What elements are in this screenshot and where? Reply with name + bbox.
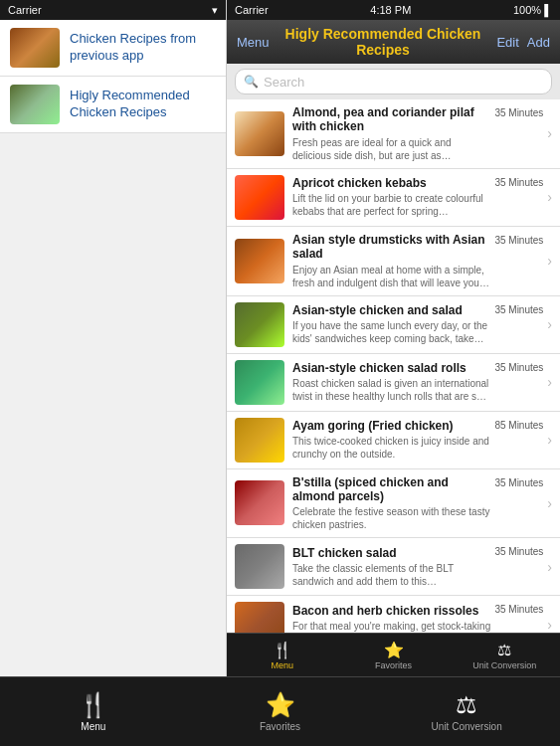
tab-menu-label: Menu [81,721,105,732]
recipe-info: Asian-style chicken and saladIf you have… [292,303,490,345]
recipe-thumb [235,480,284,525]
recipe-desc: Fresh peas are ideal for a quick and del… [292,136,490,162]
recipe-info: Almond, pea and coriander pilaf with chi… [292,105,490,162]
recipe-chevron-icon: › [547,125,552,141]
recipe-desc: Take the classic elements of the BLT san… [292,562,490,588]
recipe-thumb [235,602,284,633]
recipe-time: 35 Minutes [490,304,543,315]
ipad-frame: Carrier ▾ Chicken Recipes from previous … [0,0,560,746]
recipe-title: Almond, pea and coriander pilaf with chi… [292,105,490,134]
chicken-thumb-1 [10,28,60,68]
recipe-desc: Celebrate the festive season with these … [292,505,490,531]
recipe-chevron-icon: › [547,316,552,332]
tab-menu-icon: 🍴 [79,691,108,719]
recipe-thumb [235,111,284,156]
recipe-info: Asian style drumsticks with Asian saladE… [292,233,490,289]
recipe-desc: If you have the same lunch every day, or… [292,319,490,345]
recipe-thumb [235,239,284,283]
right-tab-menu[interactable]: 🍴 Menu [227,641,338,670]
menu-tab-icon: 🍴 [273,641,292,659]
tab-unit-icon: ⚖ [456,691,477,719]
recipe-list[interactable]: Almond, pea and coriander pilaf with chi… [227,99,560,633]
right-time: 4:18 PM [370,4,411,16]
recipe-thumb [235,175,284,220]
recipe-chevron-icon: › [547,617,552,633]
tab-favorites-icon: ⭐ [266,691,295,719]
recipe-chevron-icon: › [547,432,552,448]
recipe-desc: Lift the lid on your barbie to create co… [292,192,490,218]
left-panel-item-chicken[interactable]: Chicken Recipes from previous app [0,20,226,77]
right-panel: Carrier 4:18 PM 100% ▌ Menu Higly Recomm… [227,0,560,676]
recipe-time: 35 Minutes [490,546,543,557]
search-bar: 🔍 Search [227,64,560,99]
edit-button[interactable]: Edit [496,35,518,50]
recipe-chevron-icon: › [547,253,552,269]
tab-unit-label: Unit Conversion [432,721,502,732]
recipe-item[interactable]: Almond, pea and coriander pilaf with chi… [227,99,560,169]
recipe-thumb [235,360,284,405]
recipe-chevron-icon: › [547,374,552,390]
nav-bar: Menu Higly Recommended Chicken Recipes E… [227,20,560,64]
recipe-desc: Enjoy an Asian meal at home with a simpl… [292,264,490,289]
recipe-chevron-icon: › [547,559,552,575]
left-item-label-1: Chicken Recipes from previous app [70,31,216,65]
recipe-item[interactable]: Asian-style chicken salad rollsRoast chi… [227,354,560,412]
recipe-thumb [235,544,284,589]
recipe-title: BLT chicken salad [292,546,490,560]
recipe-info: Asian-style chicken salad rollsRoast chi… [292,361,490,403]
recipe-info: BLT chicken saladTake the classic elemen… [292,546,490,588]
recipe-item[interactable]: BLT chicken saladTake the classic elemen… [227,538,560,596]
tab-unit-conversion[interactable]: ⚖ Unit Conversion [373,691,560,732]
search-placeholder: Search [264,75,304,90]
recipe-item[interactable]: Asian-style chicken and saladIf you have… [227,296,560,354]
recipe-chevron-icon: › [547,189,552,205]
recipe-item[interactable]: B'stilla (spiced chicken and almond parc… [227,469,560,539]
left-carrier: Carrier [8,4,42,16]
recipe-info: B'stilla (spiced chicken and almond parc… [292,475,490,532]
nav-title: Higly Recommended Chicken Recipes [270,26,497,58]
recipe-item[interactable]: Ayam goring (Fried chicken)This twice-co… [227,412,560,469]
main-tab-bar: 🍴 Menu ⭐ Favorites ⚖ Unit Conversion [0,676,560,746]
add-button[interactable]: Add [527,35,550,50]
recipe-title: Ayam goring (Fried chicken) [292,419,490,433]
recipe-info: Apricot chicken kebabsLift the lid on yo… [292,176,490,218]
left-panel: Carrier ▾ Chicken Recipes from previous … [0,0,227,676]
right-tab-unit[interactable]: ⚖ Unit Conversion [449,641,560,670]
recipe-item[interactable]: Asian style drumsticks with Asian saladE… [227,227,560,296]
recipe-title: Asian-style chicken salad rolls [292,361,490,375]
right-status-bar: Carrier 4:18 PM 100% ▌ [227,0,560,20]
recipe-time: 35 Minutes [490,477,543,488]
left-status-bar: Carrier ▾ [0,0,226,20]
recipe-desc: Roast chicken salad is given an internat… [292,377,490,403]
recipe-info: Ayam goring (Fried chicken)This twice-co… [292,419,490,461]
left-panel-item-recommended[interactable]: Higly Recommended Chicken Recipes [0,77,226,133]
tab-menu[interactable]: 🍴 Menu [0,691,187,732]
recipe-desc: This twice-cooked chicken is juicy insid… [292,435,490,461]
right-carrier: Carrier [235,4,269,16]
recipe-time: 35 Minutes [490,235,543,246]
recipe-thumb [235,418,284,463]
right-tab-favorites[interactable]: ⭐ Favorites [338,641,450,670]
recipe-chevron-icon: › [547,495,552,511]
recipe-title: Apricot chicken kebabs [292,176,490,190]
recipe-item[interactable]: Bacon and herb chicken rissolesFor that … [227,596,560,633]
tab-favorites-label: Favorites [260,721,300,732]
unit-tab-label: Unit Conversion [472,660,536,670]
recipe-title: B'stilla (spiced chicken and almond parc… [292,475,490,504]
favorites-tab-label: Favorites [375,660,412,670]
recipe-item[interactable]: Apricot chicken kebabsLift the lid on yo… [227,169,560,227]
menu-tab-label: Menu [272,660,294,670]
recipe-title: Bacon and herb chicken rissoles [292,604,490,618]
recipe-time: 85 Minutes [490,420,543,431]
tab-favorites[interactable]: ⭐ Favorites [187,691,374,732]
recipe-info: Bacon and herb chicken rissolesFor that … [292,604,490,633]
right-tab-bar: 🍴 Menu ⭐ Favorites ⚖ Unit Conversion [227,633,560,676]
recipe-time: 35 Minutes [490,362,543,373]
menu-button[interactable]: Menu [237,35,270,50]
recipe-thumb [235,302,284,347]
search-container[interactable]: 🔍 Search [235,69,552,94]
recipe-time: 35 Minutes [490,177,543,188]
unit-tab-icon: ⚖ [497,641,511,659]
left-signal: ▾ [212,4,218,17]
search-icon: 🔍 [244,75,259,89]
